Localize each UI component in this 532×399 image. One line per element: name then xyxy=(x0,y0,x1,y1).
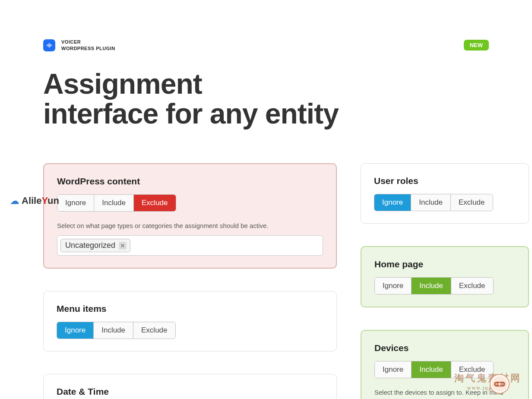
category-chip: Uncategorized ✕ xyxy=(60,239,130,252)
card-date-time: Date & Time Ignore Include Exclude xyxy=(43,374,337,399)
watermark-avatar xyxy=(490,374,510,394)
ignore-button[interactable]: Ignore xyxy=(375,361,412,378)
ignore-button[interactable]: Ignore xyxy=(375,278,412,294)
helper-text: Select on what page types or categories … xyxy=(57,221,323,230)
svg-point-9 xyxy=(497,383,497,384)
segmented-control: Ignore Include Exclude xyxy=(57,322,176,339)
brand-text: VOICER WORDPRESS PLUGIN xyxy=(61,39,115,52)
voicer-logo xyxy=(43,39,55,51)
card-heading: Devices xyxy=(374,343,515,353)
segmented-control: Ignore Include Exclude xyxy=(57,194,176,212)
exclude-button[interactable]: Exclude xyxy=(133,322,175,339)
brand-line2: WORDPRESS PLUGIN xyxy=(61,45,115,52)
brand-line1: VOICER xyxy=(61,39,115,45)
card-menu-items: Menu items Ignore Include Exclude xyxy=(43,291,337,352)
ignore-button[interactable]: Ignore xyxy=(57,195,94,211)
card-heading: Home page xyxy=(374,259,515,269)
include-button[interactable]: Include xyxy=(412,361,451,378)
card-home-page: Home page Ignore Include Exclude xyxy=(361,246,529,307)
page-title: Assignment interface for any entity xyxy=(43,69,532,129)
include-button[interactable]: Include xyxy=(94,195,134,211)
card-wordpress-content: WordPress content Ignore Include Exclude… xyxy=(43,163,337,269)
cloud-icon: ☁ xyxy=(10,196,19,206)
soundwave-icon xyxy=(46,42,53,49)
svg-rect-1 xyxy=(48,44,48,47)
segmented-control: Ignore Include Exclude xyxy=(374,194,493,211)
segmented-control: Ignore Include Exclude xyxy=(374,277,494,294)
svg-point-10 xyxy=(502,383,503,384)
svg-rect-0 xyxy=(47,45,47,46)
chip-remove-icon[interactable]: ✕ xyxy=(119,242,127,250)
category-tag-input[interactable]: Uncategorized ✕ xyxy=(57,235,323,256)
svg-rect-4 xyxy=(51,45,52,46)
exclude-button[interactable]: Exclude xyxy=(451,194,492,211)
watermark-tqge: 淘气鬼素材网 www.tqge.com xyxy=(454,372,522,391)
ignore-button[interactable]: Ignore xyxy=(57,322,94,339)
watermark-alileyun: ☁ AlileYun xyxy=(10,195,59,206)
include-button[interactable]: Include xyxy=(411,194,451,211)
exclude-button[interactable]: Exclude xyxy=(451,278,493,294)
card-heading: WordPress content xyxy=(57,176,323,187)
include-button[interactable]: Include xyxy=(94,322,133,339)
exclude-button[interactable]: Exclude xyxy=(134,195,175,211)
card-heading: Menu items xyxy=(57,304,323,314)
svg-rect-3 xyxy=(50,44,51,47)
card-heading: User roles xyxy=(374,176,516,186)
card-heading: Date & Time xyxy=(57,386,323,397)
chip-label: Uncategorized xyxy=(65,241,115,250)
card-user-roles: User roles Ignore Include Exclude xyxy=(361,163,529,224)
svg-rect-2 xyxy=(49,43,49,48)
include-button[interactable]: Include xyxy=(412,278,451,294)
face-icon xyxy=(491,375,508,393)
new-badge: NEW xyxy=(464,40,489,51)
ignore-button[interactable]: Ignore xyxy=(374,194,411,211)
